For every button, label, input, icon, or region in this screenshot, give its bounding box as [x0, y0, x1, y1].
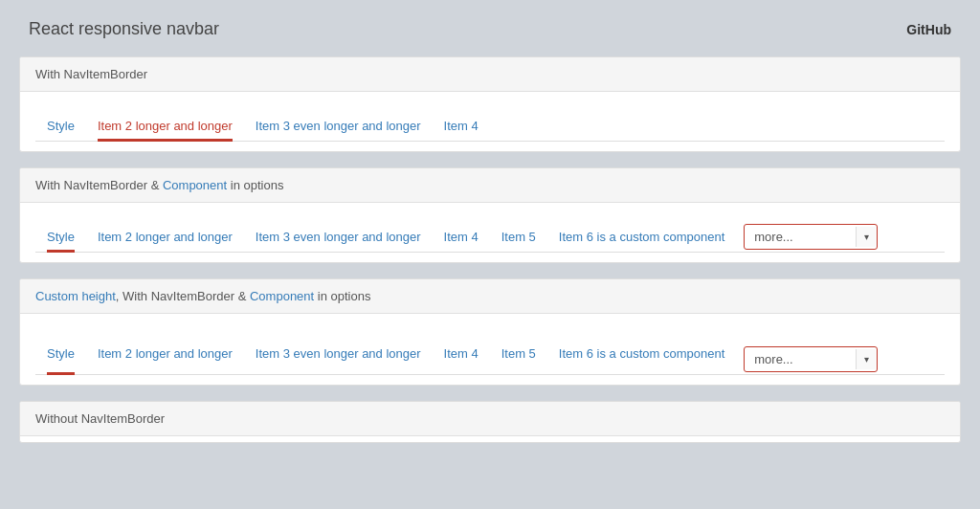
section-2-highlight: Component [163, 178, 227, 192]
section-3-header-text: Custom height, With NavItemBorder & Comp… [35, 289, 370, 303]
nav-item-2-1[interactable]: Item 2 longer and longer [86, 111, 244, 141]
section-2-dropdown-arrow[interactable]: ▾ [856, 227, 877, 247]
section-3-card: Custom height, With NavItemBorder & Comp… [19, 278, 961, 386]
section-2-dropdown-text: more... [745, 225, 856, 249]
nav-item-5-3[interactable]: Item 5 [490, 333, 547, 374]
section-2-header-text: With NavItemBorder & Component in option… [35, 178, 283, 192]
section-3-highlight-1: Custom height [35, 289, 116, 303]
section-2-header: With NavItemBorder & Component in option… [20, 168, 960, 203]
nav-item-style-3[interactable]: Style [35, 333, 86, 374]
section-3-header: Custom height, With NavItemBorder & Comp… [20, 279, 960, 314]
section-1-header: With NavItemBorder [20, 57, 960, 92]
section-3-dropdown[interactable]: more... ▾ [744, 346, 878, 372]
section-3-highlight-2: Component [250, 289, 314, 303]
nav-item-5-2[interactable]: Item 5 [490, 222, 547, 252]
section-1-card: With NavItemBorder Style Item 2 longer a… [19, 56, 961, 152]
nav-item-3-3[interactable]: Item 3 even longer and longer [244, 333, 433, 374]
page-header: React responsive navbar GitHub [19, 19, 961, 39]
nav-item-style-1[interactable]: Style [35, 111, 86, 141]
section-3-nav-bar: Style Item 2 longer and longer Item 3 ev… [35, 333, 945, 375]
nav-item-6-2[interactable]: Item 6 is a custom component [547, 222, 736, 252]
section-1-header-text: With NavItemBorder [35, 67, 147, 81]
nav-item-4-1[interactable]: Item 4 [433, 111, 490, 141]
section-1-nav-bar: Style Item 2 longer and longer Item 3 ev… [35, 111, 945, 142]
section-4-header-text: Without NavItemBorder [35, 411, 165, 426]
nav-item-3-1[interactable]: Item 3 even longer and longer [244, 111, 433, 141]
nav-item-3-2[interactable]: Item 3 even longer and longer [244, 222, 433, 252]
page-title: React responsive navbar [29, 19, 219, 39]
github-link[interactable]: GitHub [906, 22, 951, 37]
section-2-nav-bar: Style Item 2 longer and longer Item 3 ev… [35, 222, 945, 253]
section-2-dropdown[interactable]: more... ▾ [744, 224, 878, 250]
section-3-dropdown-arrow[interactable]: ▾ [856, 349, 877, 369]
nav-item-4-3[interactable]: Item 4 [433, 333, 490, 374]
nav-item-4-2[interactable]: Item 4 [433, 222, 490, 252]
section-2-nav-container: Style Item 2 longer and longer Item 3 ev… [20, 203, 960, 262]
nav-item-2-2[interactable]: Item 2 longer and longer [86, 222, 244, 252]
section-3-nav-container: Style Item 2 longer and longer Item 3 ev… [20, 314, 960, 385]
section-4-card: Without NavItemBorder [19, 401, 961, 443]
section-3-dropdown-text: more... [745, 347, 856, 371]
section-2-card: With NavItemBorder & Component in option… [19, 167, 961, 263]
nav-item-2-3[interactable]: Item 2 longer and longer [86, 333, 244, 374]
section-1-nav-container: Style Item 2 longer and longer Item 3 ev… [20, 92, 960, 151]
nav-item-6-3[interactable]: Item 6 is a custom component [547, 333, 736, 374]
nav-item-style-2[interactable]: Style [35, 222, 86, 252]
section-4-header: Without NavItemBorder [20, 402, 960, 436]
